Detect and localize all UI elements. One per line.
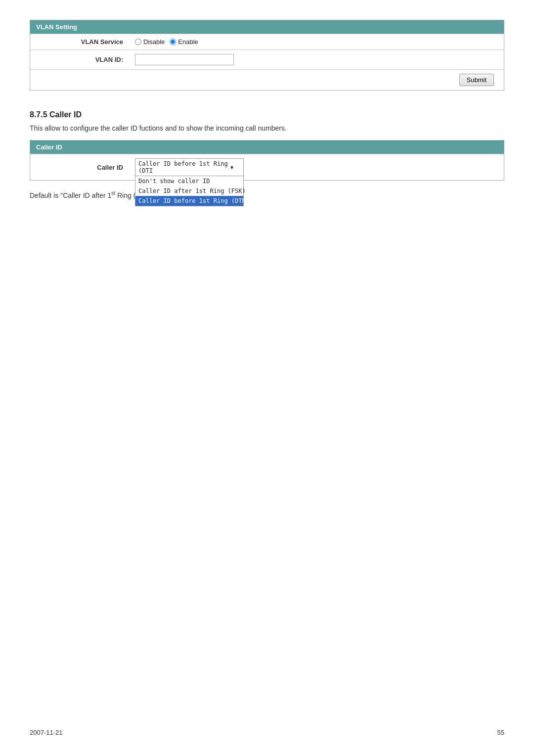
- vlan-service-value: Disable Enable: [129, 34, 504, 50]
- vlan-disable-label[interactable]: Disable: [135, 38, 165, 46]
- vlan-disable-radio[interactable]: [135, 39, 141, 45]
- caller-id-description: This allow to configure the caller ID fu…: [30, 124, 504, 132]
- caller-id-dropdown-selected-text: Caller ID before 1st Ring (DTI: [138, 160, 228, 174]
- vlan-form-table: VLAN Service Disable Enable VLAN ID:: [30, 34, 504, 90]
- vlan-id-input[interactable]: [135, 54, 234, 65]
- caller-id-form-table: Caller ID Caller ID before 1st Ring (DTI…: [30, 154, 504, 180]
- vlan-id-value: [129, 50, 504, 70]
- vlan-service-row: VLAN Service Disable Enable: [30, 34, 504, 50]
- caller-id-label: Caller ID: [30, 154, 129, 181]
- vlan-submit-button[interactable]: Submit: [459, 74, 494, 86]
- vlan-section-header: VLAN Setting: [30, 20, 504, 34]
- vlan-enable-label[interactable]: Enable: [170, 38, 198, 46]
- vlan-submit-row: Submit: [30, 70, 504, 91]
- caller-id-dropdown-arrow: ▼: [230, 165, 233, 170]
- caller-id-dropdown-container: Caller ID before 1st Ring (DTI ▼ Don't s…: [135, 158, 244, 176]
- caller-id-section: Caller ID Caller ID Caller ID before 1st…: [30, 140, 504, 181]
- vlan-disable-text: Disable: [143, 38, 165, 46]
- vlan-submit-cell: Submit: [30, 70, 504, 91]
- caller-id-option-after-1st-fsk[interactable]: Caller ID after 1st Ring (FSK): [135, 186, 243, 196]
- footer-date: 2007-11-21: [30, 729, 63, 736]
- vlan-service-label: VLAN Service: [30, 34, 129, 50]
- caller-id-dropdown-display[interactable]: Caller ID before 1st Ring (DTI ▼: [135, 158, 244, 176]
- superscript-st: st: [111, 190, 115, 196]
- vlan-enable-radio[interactable]: [170, 39, 176, 45]
- caller-id-row: Caller ID Caller ID before 1st Ring (DTI…: [30, 154, 504, 181]
- caller-id-title: 8.7.5 Caller ID: [30, 110, 504, 119]
- vlan-enable-text: Enable: [178, 38, 198, 46]
- vlan-id-label: VLAN ID:: [30, 50, 129, 70]
- caller-id-section-header: Caller ID: [30, 141, 504, 154]
- caller-id-option-before-1st-dtmf[interactable]: Caller ID before 1st Ring (DTMF): [135, 196, 243, 206]
- default-note: Default is "Caller ID after 1st Ring (FS…: [30, 190, 504, 199]
- caller-id-value-cell: Caller ID before 1st Ring (DTI ▼ Don't s…: [129, 154, 504, 181]
- footer-page: 55: [497, 729, 504, 736]
- vlan-id-row: VLAN ID:: [30, 50, 504, 70]
- vlan-service-radio-group: Disable Enable: [135, 38, 498, 46]
- vlan-setting-section: VLAN Setting VLAN Service Disable Enable…: [30, 20, 504, 91]
- caller-id-dropdown-menu: Don't show caller ID Caller ID after 1st…: [135, 176, 244, 206]
- page-footer: 2007-11-21 55: [30, 729, 504, 736]
- caller-id-option-dont-show[interactable]: Don't show caller ID: [135, 176, 243, 186]
